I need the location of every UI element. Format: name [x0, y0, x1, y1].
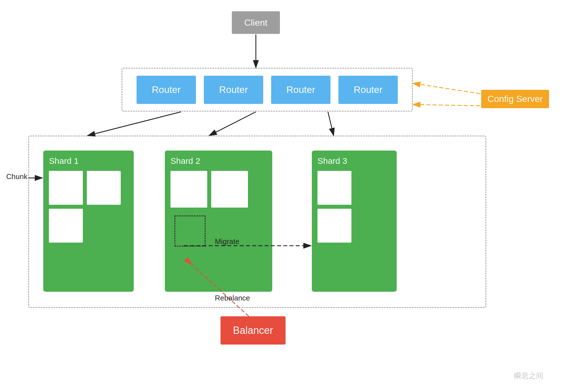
chunk-s2-1: [170, 171, 207, 208]
client-box: Client: [232, 11, 280, 34]
shard-1-title: Shard 1: [49, 156, 128, 166]
shards-container: Shard 1 Shard 2 Shard 3: [28, 136, 486, 308]
chunk-s1-3: [49, 209, 83, 243]
svg-line-9: [413, 104, 486, 106]
svg-line-6: [209, 112, 256, 136]
svg-line-7: [328, 112, 334, 136]
shard-1-box: Shard 1: [43, 151, 134, 292]
chunk-s2-migrating: [174, 215, 206, 247]
chunk-s1-2: [87, 171, 121, 205]
shard-2-box: Shard 2: [165, 151, 272, 292]
chunk-s3-1: [317, 171, 351, 205]
router-group: Router Router Router Router: [122, 68, 413, 112]
shard-1-chunks: [49, 171, 128, 243]
shard-2-chunks: [170, 171, 267, 243]
router-box-4: Router: [338, 76, 398, 104]
rebalance-label: Rebalance: [215, 294, 250, 302]
router-box-2: Router: [204, 76, 263, 104]
chunk-label: Chunk: [6, 172, 27, 181]
config-server-box: Config Server: [481, 90, 549, 108]
watermark: 瞬息之间: [514, 371, 543, 381]
client-label: Client: [244, 18, 267, 28]
svg-line-5: [88, 112, 181, 136]
migrate-label: Migrate: [215, 237, 239, 246]
shard-3-title: Shard 3: [317, 156, 391, 166]
router-box-3: Router: [271, 76, 330, 104]
chunk-s1-1: [49, 171, 83, 205]
balancer-box: Balancer: [221, 316, 286, 345]
shard-2-title: Shard 2: [170, 156, 267, 166]
diagram: Client Router Router Router Router Confi…: [0, 0, 566, 392]
chunk-s3-2: [317, 209, 351, 243]
svg-line-8: [413, 83, 486, 95]
shard-3-box: Shard 3: [312, 151, 397, 292]
shard-3-chunks: [317, 171, 391, 243]
router-box-1: Router: [137, 76, 196, 104]
chunk-s2-2: [211, 171, 248, 208]
